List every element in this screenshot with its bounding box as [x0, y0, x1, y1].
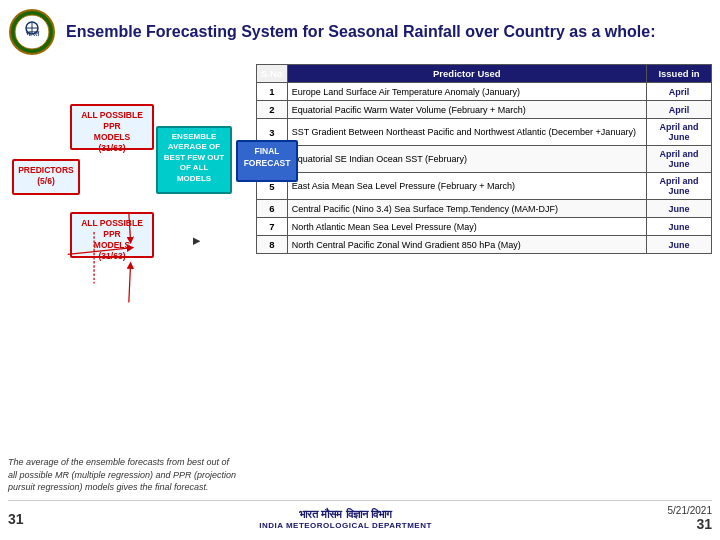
cell-predictor: Equatorial Pacific Warm Water Volume (Fe…	[287, 101, 646, 119]
cell-issued: June	[647, 200, 712, 218]
ppr-models-1: ALL POSSIBLEPPRMODELS(31/63)	[70, 104, 154, 150]
imd-english-text: INDIA METEOROLOGICAL DEPARTMENT	[259, 521, 432, 530]
table-row: 2Equatorial Pacific Warm Water Volume (F…	[257, 101, 712, 119]
cell-sno: 7	[257, 218, 288, 236]
cell-issued: June	[647, 236, 712, 254]
ensemble-box: ENSEMBLEAVERAGE OFBEST FEW OUTOF ALLMODE…	[156, 126, 232, 194]
footer: 31 भारत मौसम विज्ञान विभाग INDIA METEORO…	[8, 500, 712, 532]
cell-sno: 2	[257, 101, 288, 119]
col-header-sno: S.No	[257, 65, 288, 83]
cell-issued: April and June	[647, 146, 712, 173]
imd-logo: भारत	[8, 8, 56, 56]
cell-issued: April and June	[647, 173, 712, 200]
col-header-predictor: Predictor Used	[287, 65, 646, 83]
cell-sno: 1	[257, 83, 288, 101]
flowchart: ALL POSSIBLEPPRMODELS(31/63) PREDICTORS(…	[8, 64, 248, 448]
page-num-right: 31	[667, 516, 712, 532]
imd-section: भारत मौसम विज्ञान विभाग INDIA METEOROLOG…	[259, 508, 432, 530]
page-title: Ensemble Forecasting System for Seasonal…	[66, 22, 656, 43]
ppr-models-2: ALL POSSIBLEPPRMODELS(31/63)	[70, 212, 154, 258]
date-section: 5/21/2021 31	[667, 505, 712, 532]
cell-predictor: North Atlantic Mean Sea Level Pressure (…	[287, 218, 646, 236]
table-row: 5East Asia Mean Sea Level Pressure (Febr…	[257, 173, 712, 200]
cell-issued: June	[647, 218, 712, 236]
table-row: 7North Atlantic Mean Sea Level Pressure …	[257, 218, 712, 236]
cell-sno: 8	[257, 236, 288, 254]
page-num-left: 31	[8, 511, 24, 527]
cell-predictor: East Asia Mean Sea Level Pressure (Febru…	[287, 173, 646, 200]
cell-issued: April	[647, 101, 712, 119]
table-row: 4Equatorial SE Indian Ocean SST (Februar…	[257, 146, 712, 173]
page: भारत Ensemble Forecasting System for Sea…	[0, 0, 720, 540]
imd-hindi-text: भारत मौसम विज्ञान विभाग	[299, 508, 391, 521]
cell-issued: April and June	[647, 119, 712, 146]
cell-predictor: Equatorial SE Indian Ocean SST (February…	[287, 146, 646, 173]
predictors-box: PREDICTORS(5/6)	[12, 159, 80, 195]
date-text: 5/21/2021	[667, 505, 712, 516]
cell-sno: 6	[257, 200, 288, 218]
description-text: The average of the ensemble forecasts fr…	[8, 456, 238, 494]
table-row: 6Central Pacific (Nino 3.4) Sea Surface …	[257, 200, 712, 218]
cell-issued: April	[647, 83, 712, 101]
table-row: 8North Central Pacific Zonal Wind Gradie…	[257, 236, 712, 254]
final-forecast-box: FINALFORECAST	[236, 140, 298, 182]
header: भारत Ensemble Forecasting System for Sea…	[8, 8, 712, 56]
cell-predictor: Central Pacific (Nino 3.4) Sea Surface T…	[287, 200, 646, 218]
main-content: ALL POSSIBLEPPRMODELS(31/63) PREDICTORS(…	[8, 64, 712, 494]
cell-predictor: Europe Land Surface Air Temperature Anom…	[287, 83, 646, 101]
predictor-table: S.No Predictor Used Issued in 1Europe La…	[256, 64, 712, 254]
svg-line-9	[129, 265, 131, 302]
table-row: 3SST Gradient Between Northeast Pacific …	[257, 119, 712, 146]
table-row: 1Europe Land Surface Air Temperature Ano…	[257, 83, 712, 101]
cell-predictor: SST Gradient Between Northeast Pacific a…	[287, 119, 646, 146]
left-panel: ALL POSSIBLEPPRMODELS(31/63) PREDICTORS(…	[8, 64, 248, 494]
right-panel: S.No Predictor Used Issued in 1Europe La…	[256, 64, 712, 494]
cell-predictor: North Central Pacific Zonal Wind Gradien…	[287, 236, 646, 254]
col-header-issued: Issued in	[647, 65, 712, 83]
